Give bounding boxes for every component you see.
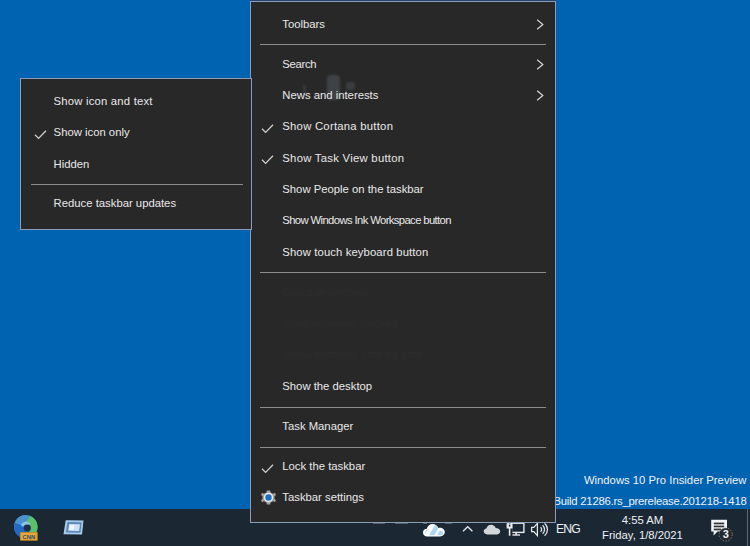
svg-text:3: 3 [723,528,729,540]
svg-text:CNN: CNN [22,534,35,540]
